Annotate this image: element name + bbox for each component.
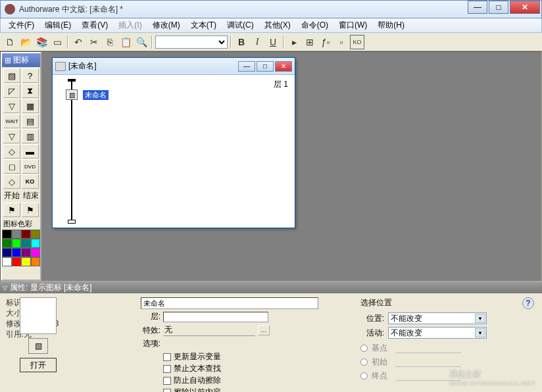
help-button[interactable]: ? — [522, 297, 534, 309]
save-all-button[interactable]: 📚 — [34, 35, 49, 49]
option-checkbox-row[interactable]: 更新显示变量 — [163, 351, 355, 362]
cut-button[interactable]: ✂ — [87, 35, 101, 49]
undo-button[interactable]: ↶ — [71, 35, 86, 49]
decision-icon[interactable]: WAIT — [3, 114, 20, 128]
minimize-button[interactable]: — — [468, 1, 487, 14]
menu-help[interactable]: 帮助(H) — [372, 18, 410, 32]
checkbox-icon[interactable] — [163, 377, 171, 385]
color-swatch[interactable] — [2, 257, 12, 266]
run-button[interactable]: ▸ — [287, 35, 301, 49]
dw-minimize-button[interactable]: — — [238, 61, 255, 72]
design-window-titlebar[interactable]: [未命名] — □ ✕ — [53, 58, 295, 75]
option-checkbox-row[interactable]: 防止自动擦除 — [163, 375, 355, 386]
underline-button[interactable]: U — [266, 35, 280, 49]
color-swatch[interactable] — [31, 248, 41, 257]
knowledge-track-icon[interactable]: KO — [22, 174, 39, 189]
motion-icon[interactable]: ? — [22, 68, 39, 83]
map-icon[interactable]: ▥ — [22, 129, 39, 143]
functions-button[interactable]: ƒ▫ — [318, 35, 333, 49]
properties-titlebar[interactable]: ▽ 属性: 显示图标 [未命名] — [0, 282, 542, 293]
layer-input[interactable] — [163, 312, 268, 322]
open-button[interactable]: 打开 — [20, 358, 57, 372]
import-button[interactable]: ▭ — [50, 35, 64, 49]
color-swatch[interactable] — [31, 230, 41, 239]
menu-text[interactable]: 文本(T) — [185, 18, 222, 32]
wait-icon[interactable]: ⧗ — [22, 84, 39, 98]
flow-node[interactable]: ▧ 未命名 — [66, 89, 109, 100]
start-flag[interactable]: ⚑ — [3, 203, 20, 217]
radio-icon[interactable] — [360, 372, 368, 380]
design-window-body[interactable]: 层 1 ▧ 未命名 — [53, 75, 295, 228]
anchor-radio-row[interactable]: 基点 — [360, 343, 538, 354]
color-swatch[interactable] — [12, 257, 22, 266]
display-node-icon[interactable]: ▧ — [66, 89, 78, 100]
knowledge-button[interactable]: KO — [350, 35, 364, 49]
anchor-radio-row[interactable]: 终点 — [360, 370, 538, 381]
dvd-icon[interactable]: ◻ — [3, 159, 20, 174]
sound-icon[interactable]: ▬ — [22, 144, 39, 159]
menu-other[interactable]: 其他(X) — [259, 18, 296, 32]
effect-picker-button[interactable]: … — [258, 325, 270, 335]
flow-node-label[interactable]: 未命名 — [83, 90, 109, 100]
interaction-icon[interactable]: ▤ — [22, 114, 39, 128]
anchor-radio-row[interactable]: 初始 — [360, 356, 538, 368]
new-button[interactable]: 🗋 — [3, 35, 17, 49]
properties-middle: 层: 特效: 无 … 选项: 更新显示变量禁止文本查找防止自动擦除擦除以前内容直… — [141, 297, 355, 392]
end-flag[interactable]: ⚑ — [22, 203, 39, 217]
menu-command[interactable]: 命令(O) — [296, 18, 333, 32]
radio-icon[interactable] — [360, 345, 368, 352]
option-checkbox-row[interactable]: 禁止文本查找 — [163, 363, 355, 374]
color-swatch[interactable] — [21, 248, 31, 257]
icon-name-input[interactable] — [141, 297, 318, 309]
color-swatch[interactable] — [21, 257, 31, 266]
display-icon[interactable]: ▧ — [3, 68, 20, 83]
movie-icon[interactable]: ◇ — [3, 144, 20, 159]
radio-icon[interactable] — [360, 358, 368, 366]
menu-window[interactable]: 窗口(W) — [333, 18, 372, 32]
checkbox-icon[interactable] — [163, 353, 171, 361]
color-swatch[interactable] — [2, 248, 12, 257]
color-swatch[interactable] — [12, 230, 22, 239]
copy-button[interactable]: ⎘ — [103, 35, 117, 49]
menu-debug[interactable]: 调试(C) — [222, 18, 259, 32]
navigate-icon[interactable]: ▽ — [3, 99, 20, 113]
font-select[interactable] — [155, 36, 228, 49]
color-swatch[interactable] — [2, 239, 12, 248]
open-button[interactable]: 📂 — [18, 35, 33, 49]
maximize-button[interactable]: □ — [489, 1, 508, 14]
icon-button[interactable]: ▧ — [28, 338, 48, 354]
bold-button[interactable]: B — [234, 35, 249, 49]
dw-close-button[interactable]: ✕ — [275, 61, 292, 72]
italic-button[interactable]: I — [250, 35, 264, 49]
option-checkbox-row[interactable]: 擦除以前内容 — [163, 387, 355, 392]
video-icon[interactable]: DVD — [22, 159, 39, 174]
menu-file[interactable]: 文件(F) — [3, 18, 39, 32]
color-swatch[interactable] — [2, 230, 12, 239]
color-swatch[interactable] — [31, 257, 41, 266]
paste-button[interactable]: 📋 — [118, 35, 133, 49]
activity-combo[interactable]: 不能改变▼ — [388, 327, 487, 339]
calc-icon[interactable]: ▽ — [3, 129, 20, 143]
position-combo[interactable]: 不能改变▼ — [388, 312, 487, 324]
color-swatch[interactable] — [12, 239, 22, 248]
checkbox-icon[interactable] — [163, 365, 171, 373]
menu-insert[interactable]: 插入(I) — [113, 18, 147, 32]
ko-icon[interactable]: ◇ — [3, 174, 20, 189]
framework-icon[interactable]: ▦ — [22, 99, 39, 113]
variables-button[interactable]: ▫ — [334, 35, 349, 49]
erase-icon[interactable]: ◸ — [3, 84, 20, 98]
control-panel-button[interactable]: ⊞ — [303, 35, 317, 49]
menu-edit[interactable]: 编辑(E) — [39, 18, 76, 32]
close-button[interactable]: ✕ — [510, 1, 540, 14]
color-swatch[interactable] — [21, 230, 31, 239]
color-swatch[interactable] — [31, 239, 41, 248]
dw-maximize-button[interactable]: □ — [257, 61, 274, 72]
checkbox-icon[interactable] — [163, 389, 171, 393]
menu-view[interactable]: 查看(V) — [76, 18, 113, 32]
collapse-icon[interactable]: ▽ — [3, 285, 7, 291]
color-swatch[interactable] — [21, 239, 31, 248]
color-swatch[interactable] — [12, 248, 22, 257]
menu-modify[interactable]: 修改(M) — [147, 18, 185, 32]
design-window[interactable]: [未命名] — □ ✕ 层 1 ▧ 未命名 — [52, 57, 295, 228]
find-button[interactable]: 🔍 — [134, 35, 149, 49]
